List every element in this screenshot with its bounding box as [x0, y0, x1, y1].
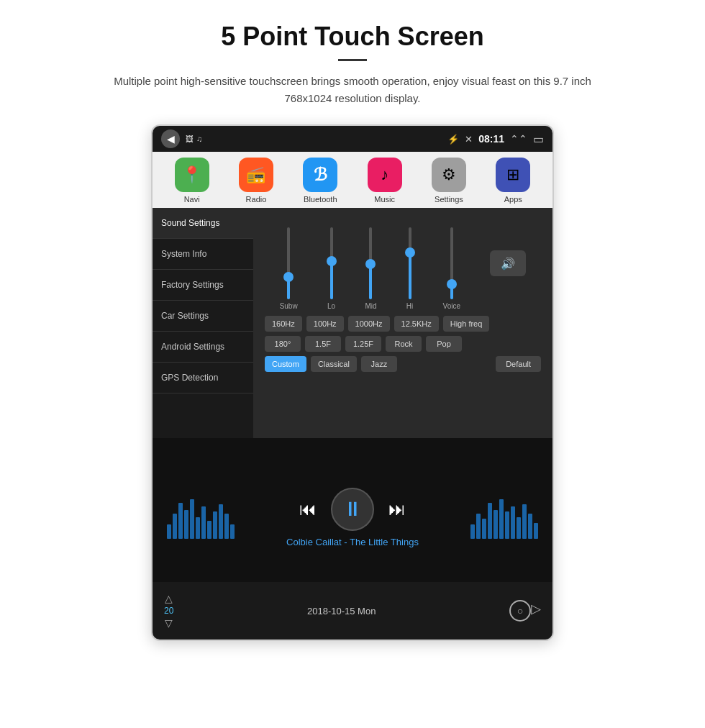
sidebar-item-android-settings[interactable]: Android Settings	[153, 332, 253, 363]
lo-fill	[330, 260, 333, 299]
home-button[interactable]: ○	[509, 600, 531, 622]
bottom-bar: △ 20 ▽ 2018-10-15 Mon ○ ◁	[153, 582, 552, 640]
eq-default[interactable]: Default	[496, 356, 541, 372]
voice-track	[450, 227, 453, 299]
settings-icon: ⚙	[432, 158, 466, 192]
freq-high[interactable]: High freq	[443, 316, 490, 332]
eq-panel: Subw Lo Mid	[253, 208, 552, 438]
apps-label: Apps	[504, 195, 522, 204]
eq-1-5f[interactable]: 1.5F	[305, 336, 341, 352]
freq-1000hz[interactable]: 1000Hz	[348, 316, 390, 332]
lo-label: Lo	[327, 302, 335, 310]
settings-label: Settings	[435, 195, 463, 204]
hi-fill	[409, 250, 411, 299]
down-arrow[interactable]: ▽	[165, 617, 173, 629]
sidebar-item-system-info[interactable]: System Info	[153, 239, 253, 270]
music-player: ⏮ ⏸ ⏭ Colbie Caillat - The Little Things	[153, 438, 552, 582]
freq-100hz[interactable]: 100Hz	[306, 316, 344, 332]
signal-icon: ✕	[465, 134, 473, 145]
play-pause-button[interactable]: ⏸	[331, 488, 374, 531]
battery-icon: ▭	[533, 132, 544, 146]
eq-jazz[interactable]: Jazz	[361, 356, 397, 372]
navi-label: Navi	[184, 195, 200, 204]
hi-track	[409, 227, 411, 299]
status-left: ◀ 🖼 ♫	[161, 129, 202, 148]
up-arrow[interactable]: △	[165, 593, 173, 604]
preset-buttons-row: Custom Classical Jazz Default	[265, 356, 541, 372]
eq-pop[interactable]: Pop	[426, 336, 462, 352]
freq-160hz[interactable]: 160Hz	[265, 316, 302, 332]
eq-rock[interactable]: Rock	[386, 336, 422, 352]
app-radio[interactable]: 📻 Radio	[227, 158, 285, 204]
mid-fill	[369, 263, 372, 299]
subw-fill	[287, 278, 290, 299]
status-time: 08:11	[478, 133, 504, 145]
main-content: Sound Settings System Info Factory Setti…	[153, 208, 552, 438]
status-right: ⚡ ✕ 08:11 ⌃⌃ ▭	[447, 132, 544, 146]
nav-number: 20	[164, 606, 173, 616]
player-controls: ⏮ ⏸ ⏭	[299, 488, 406, 531]
mid-track	[369, 227, 372, 299]
voice-fill	[450, 283, 453, 299]
subw-track	[287, 227, 290, 299]
app-bluetooth[interactable]: ℬ Bluetooth	[291, 158, 349, 204]
app-settings[interactable]: ⚙ Settings	[420, 158, 478, 204]
mid-label: Mid	[365, 302, 376, 310]
radio-icon: 📻	[239, 158, 273, 192]
bluetooth-app-icon: ℬ	[303, 158, 337, 192]
navi-icon: 📍	[175, 158, 209, 192]
eq-slider-hi[interactable]: Hi	[406, 227, 413, 310]
apps-icon: ⊞	[496, 158, 530, 192]
lo-track	[330, 227, 333, 299]
eq-1-25f[interactable]: 1.25F	[345, 336, 381, 352]
eq-classical[interactable]: Classical	[311, 356, 357, 372]
eq-slider-voice[interactable]: Voice	[443, 227, 460, 310]
eq-slider-lo[interactable]: Lo	[327, 227, 335, 310]
visualizer-left	[167, 496, 235, 539]
eq-slider-subw[interactable]: Subw	[280, 227, 298, 310]
back-nav-icon[interactable]: ◁	[531, 603, 541, 619]
nav-arrows: △ 20 ▽	[164, 593, 173, 629]
app-apps[interactable]: ⊞ Apps	[484, 158, 542, 204]
next-button[interactable]: ⏭	[388, 499, 406, 519]
app-navi[interactable]: 📍 Navi	[163, 158, 221, 204]
eq-sliders: Subw Lo Mid	[265, 217, 541, 310]
title-divider	[338, 59, 367, 61]
freq-12khz[interactable]: 12.5KHz	[394, 316, 439, 332]
sidebar: Sound Settings System Info Factory Setti…	[153, 208, 253, 438]
music-label: Music	[374, 195, 395, 204]
subw-label: Subw	[280, 302, 298, 310]
app-music[interactable]: ♪ Music	[356, 158, 414, 204]
image-icon: 🖼	[186, 135, 194, 143]
hi-label: Hi	[406, 302, 413, 310]
sidebar-item-sound-settings[interactable]: Sound Settings	[153, 208, 253, 239]
page-title: 5 Point Touch Screen	[221, 22, 483, 52]
back-button[interactable]: ◀	[161, 129, 180, 148]
voice-label: Voice	[443, 302, 460, 310]
sidebar-item-car-settings[interactable]: Car Settings	[153, 301, 253, 332]
radio-label: Radio	[246, 195, 267, 204]
bottom-date: 2018-10-15 Mon	[173, 606, 509, 616]
music-icon: ♪	[368, 158, 402, 192]
app-row: 📍 Navi 📻 Radio ℬ Bluetooth ♪ Music ⚙ Set…	[153, 152, 552, 208]
sidebar-item-gps-detection[interactable]: GPS Detection	[153, 363, 253, 393]
status-icons: 🖼 ♫	[186, 135, 202, 143]
visualizer-right	[470, 496, 538, 539]
sidebar-item-factory-settings[interactable]: Factory Settings	[153, 270, 253, 301]
page-subtitle: Multiple point high-sensitive touchscree…	[101, 73, 604, 107]
expand-icon[interactable]: ⌃⌃	[510, 133, 527, 145]
music-status-icon: ♫	[196, 135, 202, 143]
eq-buttons-row: 180° 1.5F 1.25F Rock Pop	[265, 336, 541, 352]
status-bar: ◀ 🖼 ♫ ⚡ ✕ 08:11 ⌃⌃ ▭	[153, 126, 552, 152]
eq-custom[interactable]: Custom	[265, 356, 306, 372]
bluetooth-icon: ⚡	[447, 134, 459, 145]
bluetooth-label: Bluetooth	[304, 195, 337, 204]
prev-button[interactable]: ⏮	[299, 499, 317, 519]
volume-icon[interactable]: 🔊	[490, 250, 526, 276]
eq-180[interactable]: 180°	[265, 336, 301, 352]
eq-slider-mid[interactable]: Mid	[365, 227, 376, 310]
track-name: Colbie Caillat - The Little Things	[286, 537, 419, 547]
device-frame: ◀ 🖼 ♫ ⚡ ✕ 08:11 ⌃⌃ ▭ 📍 Navi 📻 Radio ℬ Bl…	[151, 124, 554, 641]
freq-buttons-row: 160Hz 100Hz 1000Hz 12.5KHz High freq	[265, 316, 541, 332]
